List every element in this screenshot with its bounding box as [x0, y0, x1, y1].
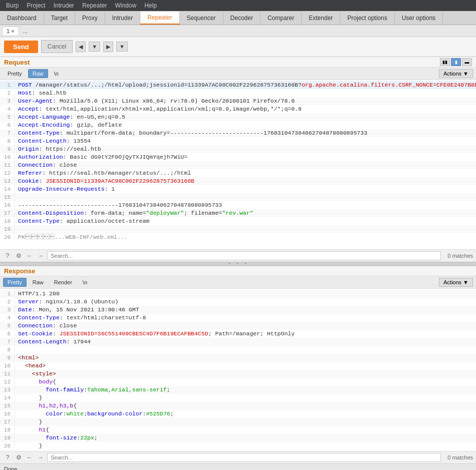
- line-number: 14: [0, 394, 15, 402]
- tab-decoder[interactable]: Decoder: [223, 12, 261, 24]
- line-number: 9: [0, 145, 15, 153]
- tab-comparer[interactable]: Comparer: [261, 12, 302, 24]
- panel-divider[interactable]: • • •: [0, 262, 476, 266]
- response-search-prev[interactable]: ←: [25, 453, 34, 462]
- response-tab-render[interactable]: Render: [50, 278, 77, 287]
- line-number: 1: [0, 290, 15, 298]
- request-tab-raw[interactable]: Raw: [28, 69, 48, 78]
- repeater-tab-more[interactable]: ...: [19, 27, 32, 35]
- nav-back-dropdown[interactable]: ▼: [89, 42, 100, 52]
- request-format-tabs: Pretty Raw \n Actions ▼: [0, 68, 476, 80]
- table-row: 20PK...WEB-INF/web.xml...: [0, 233, 476, 241]
- line-content: -----------------------------17683104738…: [18, 201, 476, 209]
- request-search-input[interactable]: [47, 251, 441, 260]
- tab-proxy[interactable]: Proxy: [75, 12, 105, 24]
- line-number: 19: [0, 225, 15, 233]
- response-tab-raw[interactable]: Raw: [28, 278, 48, 287]
- line-content: User-Agent: Mozilla/5.0 (X11; Linux x86_…: [18, 97, 476, 105]
- table-row: 7Content-Type: multipart/form-data; boun…: [0, 129, 476, 137]
- line-number: 18: [0, 426, 15, 434]
- line-content: HTTP/1.1 200: [18, 290, 476, 298]
- request-search-prev[interactable]: ←: [25, 251, 34, 260]
- table-row: 4Accept: text/html,application/xhtml+xml…: [0, 105, 476, 113]
- table-row: 16-----------------------------176831047…: [0, 201, 476, 209]
- line-content: h1,h2,h3,b{: [18, 402, 476, 410]
- tab-project-options[interactable]: Project options: [340, 12, 394, 24]
- tab-sequencer[interactable]: Sequencer: [180, 12, 223, 24]
- menu-window[interactable]: Window: [111, 1, 140, 10]
- tab-intruder[interactable]: Intruder: [105, 12, 140, 24]
- menu-burp[interactable]: Burp: [2, 1, 23, 10]
- line-content: <style>: [18, 370, 476, 378]
- request-settings-icon[interactable]: ⚙: [14, 251, 23, 260]
- line-content: Upgrade-Insecure-Requests: 1: [18, 185, 476, 193]
- menu-project[interactable]: Project: [23, 1, 49, 10]
- nav-back-button[interactable]: ◀: [76, 42, 86, 52]
- request-tab-newline[interactable]: \n: [50, 69, 63, 78]
- line-number: 20: [0, 442, 15, 450]
- nav-forward-dropdown[interactable]: ▼: [116, 42, 128, 52]
- tab-bar: Dashboard Target Proxy Intruder Repeater…: [0, 11, 476, 25]
- table-row: 9<html>: [0, 354, 476, 362]
- tab-target[interactable]: Target: [44, 12, 75, 24]
- tab-repeater[interactable]: Repeater: [140, 12, 179, 25]
- line-content: Content-Length: 17944: [18, 338, 476, 346]
- nav-forward-button[interactable]: ▶: [103, 42, 113, 52]
- menu-help[interactable]: Help: [140, 1, 161, 10]
- table-row: 3User-Agent: Mozilla/5.0 (X11; Linux x86…: [0, 97, 476, 105]
- response-code-area[interactable]: 1HTTP/1.1 2002Server: nginx/1.18.0 (Ubun…: [0, 289, 476, 451]
- response-tab-pretty[interactable]: Pretty: [3, 278, 27, 287]
- line-number: 12: [0, 378, 15, 386]
- tab-user-options[interactable]: User options: [395, 12, 443, 24]
- cancel-button[interactable]: Cancel: [41, 40, 73, 53]
- response-tab-newline[interactable]: \n: [78, 278, 92, 287]
- response-title: Response: [4, 267, 35, 275]
- line-content: Content-Type: multipart/form-data; bound…: [18, 129, 476, 137]
- tab-dashboard[interactable]: Dashboard: [0, 12, 44, 24]
- send-button[interactable]: Send: [4, 41, 38, 53]
- request-tab-pretty[interactable]: Pretty: [3, 69, 27, 78]
- response-search-input[interactable]: [47, 453, 441, 462]
- view-split-btn[interactable]: ▮▮: [440, 58, 450, 66]
- response-matches-label: 0 matches: [443, 454, 473, 460]
- line-number: 9: [0, 354, 15, 362]
- table-row: 9Origin: https://seal.htb: [0, 145, 476, 153]
- menu-repeater[interactable]: Repeater: [78, 1, 111, 10]
- menu-intruder[interactable]: Intruder: [50, 1, 78, 10]
- view-single-btn[interactable]: ▮: [451, 58, 461, 66]
- tab-extender[interactable]: Extender: [302, 12, 340, 24]
- line-content: }: [18, 394, 476, 402]
- response-search-next[interactable]: →: [36, 453, 45, 462]
- response-settings-icon[interactable]: ⚙: [14, 453, 23, 462]
- line-content: Server: nginx/1.18.0 (Ubuntu): [18, 298, 476, 306]
- table-row: 17Content-Disposition: form-data; name="…: [0, 209, 476, 217]
- request-actions-chevron: ▼: [463, 71, 468, 77]
- table-row: 2Host: seal.htb: [0, 89, 476, 97]
- line-number: 5: [0, 113, 15, 121]
- table-row: 6Set-Cookie: JSESSIONID=S6C551409CBE5C4D…: [0, 330, 476, 338]
- table-row: 11Connection: close: [0, 161, 476, 169]
- response-search-bar: ? ⚙ ← → 0 matches: [0, 451, 476, 463]
- line-content: }: [18, 442, 476, 450]
- line-number: 7: [0, 338, 15, 346]
- line-content: Connection: close: [18, 161, 476, 169]
- request-search-next[interactable]: →: [36, 251, 45, 260]
- line-number: 10: [0, 362, 15, 370]
- line-content: Cookie: JSESSIONID=11339A7AC98C002F22962…: [18, 177, 476, 185]
- request-actions-button[interactable]: Actions ▼: [439, 69, 473, 78]
- view-toggle-request: ▮▮ ▮ ▬: [440, 58, 472, 66]
- table-row: 6Accept-Encoding: gzip, deflate: [0, 121, 476, 129]
- send-area: Send Cancel ◀ ▼ ▶ ▼: [0, 37, 476, 57]
- line-content: Date: Mon, 15 Nov 2021 13:00:46 GMT: [18, 306, 476, 314]
- response-actions-button[interactable]: Actions ▼: [439, 278, 473, 287]
- line-number: 15: [0, 402, 15, 410]
- table-row: 2Server: nginx/1.18.0 (Ubuntu): [0, 298, 476, 306]
- request-help-icon[interactable]: ?: [3, 251, 12, 260]
- request-code-area[interactable]: 1POST /manager/status/...;/html/upload;j…: [0, 80, 476, 249]
- response-help-icon[interactable]: ?: [3, 453, 12, 462]
- repeater-tab-1[interactable]: 1 ×: [2, 27, 19, 35]
- request-title: Request: [4, 59, 30, 66]
- view-horizontal-btn[interactable]: ▬: [462, 58, 472, 66]
- request-search-bar: ? ⚙ ← → 0 matches: [0, 249, 476, 262]
- line-number: 15: [0, 193, 15, 201]
